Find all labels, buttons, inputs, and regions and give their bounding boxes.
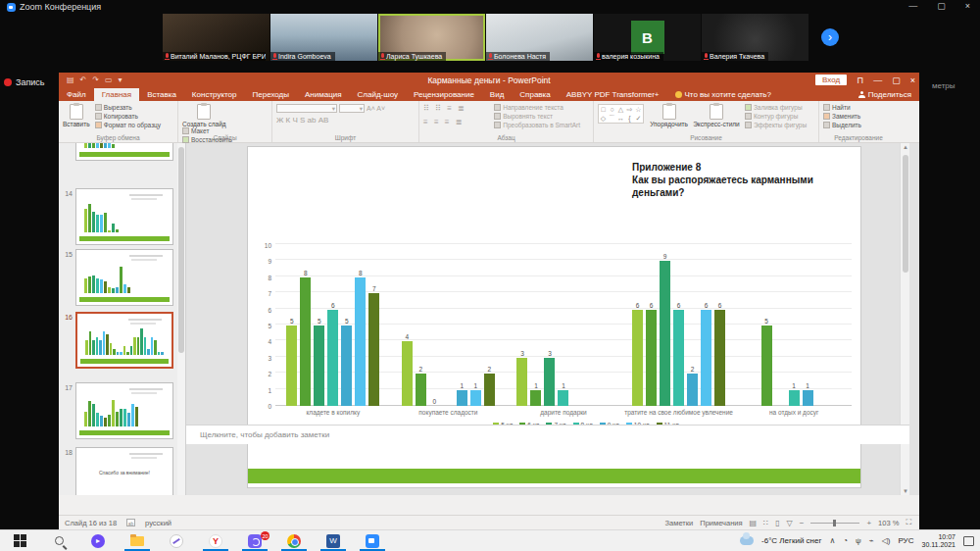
chart-bar[interactable] xyxy=(457,390,467,406)
list-buttons[interactable]: ⠿ ⠿ ≡ ≣ xyxy=(423,104,492,113)
align-text-button[interactable]: Выровнять текст xyxy=(494,113,580,120)
paste-button[interactable]: Вставить xyxy=(63,104,90,127)
chart-bar[interactable] xyxy=(314,326,324,406)
onedrive-icon[interactable]: ◔ xyxy=(843,536,848,545)
chart-bar[interactable] xyxy=(687,374,698,406)
chart-bar[interactable] xyxy=(714,310,725,406)
chart-bar[interactable] xyxy=(286,326,297,406)
next-participants-button[interactable]: › xyxy=(821,28,839,46)
slide-thumbnail[interactable]: 14 xyxy=(61,188,173,245)
slideshow-view-icon[interactable]: ▽ xyxy=(787,519,793,527)
tab-Вставка[interactable]: Вставка xyxy=(139,88,184,101)
tab-Конструктор[interactable]: Конструктор xyxy=(184,88,245,101)
chart-bar[interactable] xyxy=(470,390,481,406)
maximize-icon[interactable]: ▢ xyxy=(937,1,946,11)
chart-bar[interactable] xyxy=(803,390,813,406)
zoom-slider[interactable] xyxy=(810,523,859,524)
slide-thumbnail[interactable]: 18Спасибо за внимание! xyxy=(61,447,173,495)
chart-bar[interactable] xyxy=(761,326,772,406)
shape-icon[interactable]: ⇨ xyxy=(625,105,634,114)
slide-thumbnail[interactable]: 16 xyxy=(61,312,173,369)
chart-bar[interactable] xyxy=(484,374,495,406)
tab-Переходы[interactable]: Переходы xyxy=(244,88,297,101)
font-size-select[interactable]: ▾ xyxy=(339,104,365,113)
thumbnail-preview[interactable]: Спасибо за внимание! xyxy=(75,447,173,495)
signin-button[interactable]: Вход xyxy=(815,75,847,85)
comments-toggle[interactable]: Примечания xyxy=(700,519,742,527)
chart-bar[interactable] xyxy=(673,310,684,406)
taskbar-yandex[interactable]: Y xyxy=(196,530,235,551)
notes-toggle[interactable]: Заметки xyxy=(665,519,694,527)
layout-button[interactable]: Макет xyxy=(182,127,232,134)
slideshow-icon[interactable]: ▭ xyxy=(105,75,113,84)
chart[interactable]: 012345678910 585658742011231316696266511… xyxy=(260,245,854,406)
zoom-in-icon[interactable]: + xyxy=(866,519,871,527)
hidden-icons-chevron[interactable]: ∧ xyxy=(829,536,835,545)
shape-icon[interactable]: ✓ xyxy=(634,114,643,123)
find-button[interactable]: Найти xyxy=(823,104,861,111)
replace-button[interactable]: Заменить xyxy=(823,113,861,120)
mic-tray-icon[interactable]: ψ xyxy=(856,536,861,545)
notes-pane[interactable]: Щелкните, чтобы добавить заметки xyxy=(186,425,909,444)
shape-icon[interactable]: ↔ xyxy=(616,114,625,123)
close-icon[interactable]: × xyxy=(965,1,970,11)
tab-Вид[interactable]: Вид xyxy=(482,88,512,101)
slide-sorter-icon[interactable]: ∷ xyxy=(763,519,768,527)
chart-bar[interactable] xyxy=(341,326,352,406)
slide-title[interactable]: Приложение 8 Как вы распоряжаетесь карма… xyxy=(632,161,853,199)
select-button[interactable]: Выделить xyxy=(823,122,861,128)
tell-me-assistant[interactable]: Что вы хотите сделать? xyxy=(667,88,779,101)
shape-icon[interactable]: ⌒ xyxy=(608,114,616,123)
clock[interactable]: 10:07 30.11.2021 xyxy=(921,533,956,549)
customize-qat-icon[interactable]: ▾ xyxy=(119,75,122,84)
normal-view-icon[interactable]: ▤ xyxy=(750,519,758,527)
slide-thumbnail[interactable]: 15 xyxy=(61,249,173,306)
smartart-button[interactable]: Преобразовать в SmartArt xyxy=(494,122,580,128)
chart-bar[interactable] xyxy=(530,390,541,406)
undo-icon[interactable]: ↶ xyxy=(80,75,87,84)
taskbar-word[interactable]: W xyxy=(314,530,353,551)
chart-bar[interactable] xyxy=(660,261,670,406)
shape-icon[interactable]: ☆ xyxy=(634,105,643,114)
shape-fill-button[interactable]: Заливка фигуры xyxy=(745,104,807,111)
taskbar-alice[interactable]: ▸ xyxy=(78,530,118,551)
chart-bar[interactable] xyxy=(558,390,568,406)
input-language[interactable]: РУС xyxy=(898,536,913,545)
weather-text[interactable]: -6°C Легкий снег xyxy=(761,536,821,545)
scrollbar-thumb[interactable] xyxy=(903,155,908,273)
thumbnail-preview[interactable] xyxy=(75,249,173,306)
shape-effects-button[interactable]: Эффекты фигуры xyxy=(745,122,807,128)
language-indicator[interactable]: русский xyxy=(145,519,172,527)
copy-button[interactable]: Копировать xyxy=(95,113,161,120)
chart-bar[interactable] xyxy=(701,310,711,406)
scroll-up-icon[interactable]: ▲ xyxy=(903,144,908,150)
thumbnail-preview[interactable] xyxy=(75,382,173,439)
slide-thumbnail[interactable] xyxy=(61,143,173,161)
fit-slide-icon[interactable]: ⛶ xyxy=(906,518,911,527)
shape-outline-button[interactable]: Контур фигуры xyxy=(745,113,807,120)
zoom-out-icon[interactable]: − xyxy=(800,519,805,527)
text-direction-button[interactable]: Направление текста xyxy=(494,104,580,111)
tab-Главная[interactable]: Главная xyxy=(94,88,139,101)
shape-icon[interactable]: ○ xyxy=(608,105,616,114)
shape-icon[interactable]: □ xyxy=(599,105,608,114)
ppt-minimize-icon[interactable]: — xyxy=(873,75,882,85)
thumbnail-scrollbar[interactable] xyxy=(177,143,185,495)
chart-bar[interactable] xyxy=(355,277,366,406)
weather-icon[interactable] xyxy=(740,536,754,545)
font-format-buttons[interactable]: Ж К Ч S ab АВ xyxy=(276,116,415,125)
ppt-close-icon[interactable]: × xyxy=(910,75,915,85)
cut-button[interactable]: Вырезать xyxy=(95,104,161,111)
action-center-icon[interactable] xyxy=(963,536,974,546)
thumbnail-preview[interactable] xyxy=(75,143,173,161)
tab-Слайд-шоу[interactable]: Слайд-шоу xyxy=(350,88,406,101)
minimize-icon[interactable]: — xyxy=(908,1,917,11)
share-button[interactable]: Поделиться xyxy=(858,90,911,99)
shape-icon[interactable]: { xyxy=(625,114,634,123)
font-name-select[interactable]: ▾ xyxy=(276,104,337,113)
network-icon[interactable]: ⌁ xyxy=(869,536,874,545)
tab-Рецензирование[interactable]: Рецензирование xyxy=(406,88,482,101)
taskbar-zoom-app[interactable] xyxy=(353,530,392,551)
thumbnail-preview[interactable] xyxy=(75,312,173,369)
chart-bar[interactable] xyxy=(646,310,657,406)
